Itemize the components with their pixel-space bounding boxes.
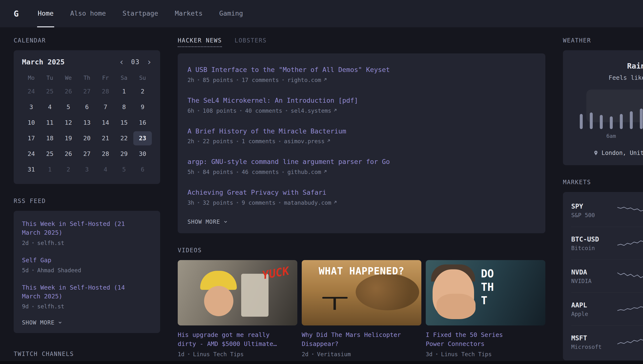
weather-chart: 12°: [580, 92, 643, 129]
calendar-weekday: Tu: [41, 75, 59, 81]
meta-separator-dot: •: [185, 352, 193, 357]
news-item-points: 84 points: [203, 169, 233, 175]
video-meta: 3d•Linus Tech Tips: [426, 351, 545, 358]
sparkline-chart: [617, 238, 643, 248]
rss-item-source: Ahmad Shadeed: [37, 267, 81, 274]
calendar-day: 6: [133, 162, 152, 177]
market-row[interactable]: MSFTMicrosoft+1.14%$391.26: [571, 326, 643, 358]
rss-item-source: selfh.st: [37, 240, 65, 246]
daylight-region: [586, 90, 643, 122]
market-ticker[interactable]: SPY: [571, 202, 615, 210]
market-sparkline: [615, 337, 643, 348]
video-thumbnail: WHAT HAPPENED?: [302, 260, 421, 326]
nav-item-home[interactable]: Home: [37, 0, 54, 27]
video-channel: Linus Tech Tips: [441, 351, 492, 358]
news-item-source-link[interactable]: matanabudy.com: [284, 200, 338, 206]
rss-show-more-button[interactable]: SHOW MORE: [22, 319, 152, 326]
news-item-points: 32 points: [203, 200, 233, 206]
market-name: Microsoft: [571, 344, 615, 350]
news-item-source: github.com: [287, 169, 321, 175]
calendar-day: 14: [96, 116, 115, 130]
news-item-title[interactable]: The SeL4 Microkernel: An Introduction [p…: [188, 96, 536, 105]
calendar-next-icon[interactable]: ›: [147, 58, 152, 66]
video-title[interactable]: I Fixed the 50 Series Power Connectors: [426, 330, 516, 349]
weather-condition: Rain: [573, 62, 643, 70]
news-show-more-button[interactable]: SHOW MORE: [188, 218, 536, 225]
tab-lobsters[interactable]: LOBSTERS: [235, 37, 267, 47]
rss-item-title[interactable]: Self Gap: [22, 256, 139, 265]
rss-item-title[interactable]: This Week in Self-Hosted (14 March 2025): [22, 283, 139, 301]
market-row[interactable]: SPYS&P 500-0.27%$563.98: [571, 194, 643, 227]
sparkline-chart: [617, 205, 643, 216]
news-item-source-link[interactable]: asimov.press: [284, 138, 331, 144]
market-ticker[interactable]: MSFT: [571, 334, 615, 342]
market-ticker[interactable]: BTC-USD: [571, 236, 615, 243]
meta-separator-dot: •: [237, 108, 245, 113]
video-age: 3d: [426, 351, 433, 358]
weather-bar: [580, 114, 583, 129]
calendar-day: 27: [78, 84, 96, 98]
calendar-day: 19: [59, 131, 78, 146]
market-ticker[interactable]: AAPL: [571, 301, 615, 309]
meta-separator-dot: •: [276, 200, 284, 205]
market-ticker[interactable]: NVDA: [571, 268, 615, 276]
video-card[interactable]: YUCKHis upgrade got me really dirty - AM…: [178, 260, 297, 358]
weather-bar: [600, 115, 603, 129]
thumbnail-art: [204, 286, 233, 316]
news-item-title[interactable]: A USB Interface to the "Mother of All De…: [188, 65, 536, 74]
meta-separator-dot: •: [279, 77, 287, 82]
market-symbol-block: MSFTMicrosoft: [571, 334, 615, 350]
nav-item-also-home[interactable]: Also home: [70, 0, 107, 27]
nav-item-markets[interactable]: Markets: [174, 0, 203, 27]
calendar-prev-icon[interactable]: ‹: [119, 58, 124, 66]
news-item-source: asimov.press: [284, 138, 324, 144]
calendar-day: 7: [96, 100, 115, 114]
video-card[interactable]: WHAT HAPPENED?Why Did The Mars Helicopte…: [302, 260, 421, 358]
video-card[interactable]: DO TH TI Fixed the 50 Series Power Conne…: [426, 260, 545, 358]
market-row[interactable]: AAPLApple+1.95%$218.27: [571, 292, 643, 326]
weather-time-label: 6am: [606, 133, 616, 139]
news-item-source-link[interactable]: sel4.systems: [291, 108, 338, 114]
nav-item-gaming[interactable]: Gaming: [219, 0, 244, 27]
calendar-day: 5: [115, 162, 133, 177]
nav-item-startpage[interactable]: Startpage: [122, 0, 159, 27]
rss-item-age: 2d: [22, 240, 29, 246]
meta-separator-dot: •: [282, 108, 291, 113]
rss-item-age: 5d: [22, 267, 29, 274]
news-item-title[interactable]: Achieving Great Privacy with Safari: [188, 188, 536, 197]
news-item-source-link[interactable]: github.com: [287, 169, 327, 175]
thumbnail-art: [356, 274, 419, 310]
calendar-weekdays: MoTuWeThFrSaSu: [22, 75, 152, 81]
calendar-day: 12: [59, 116, 78, 130]
news-item-comments: 17 comments: [242, 77, 279, 83]
market-row[interactable]: BTC-USDBitcoin+1.39%$84,999.29: [571, 227, 643, 260]
market-row[interactable]: NVDANVIDIA-0.70%$117.70: [571, 260, 643, 292]
right-column: WEATHER Rain Feels like 11°C 12° 6am2pm1…: [563, 37, 643, 364]
news-item-source: matanabudy.com: [284, 200, 331, 206]
calendar-widget: March 2025 ‹ 03 › MoTuWeThFrSaSu 2425262…: [14, 50, 160, 184]
top-nav: G HomeAlso homeStartpageMarketsGaming: [0, 0, 643, 27]
calendar-day: 28: [96, 147, 115, 161]
weather-bar: [630, 111, 633, 129]
tab-hacker-news[interactable]: HACKER NEWS: [178, 37, 222, 47]
rss-item-title[interactable]: This Week in Self-Hosted (21 March 2025): [22, 220, 139, 238]
video-meta: 2d•Veritasium: [302, 351, 421, 358]
external-link-icon: [333, 200, 338, 206]
app-logo[interactable]: G: [14, 9, 19, 18]
news-item-title[interactable]: argp: GNU-style command line argument pa…: [188, 157, 536, 166]
news-item-source: sel4.systems: [291, 108, 331, 114]
news-item-title[interactable]: A Brief History of the Miracle Bacterium: [188, 126, 536, 136]
video-title[interactable]: Why Did The Mars Helicopter Disappear?: [302, 330, 407, 349]
meta-separator-dot: •: [194, 77, 203, 82]
news-show-more-label: SHOW MORE: [188, 218, 220, 225]
meta-separator-dot: •: [233, 200, 242, 205]
news-item-comments: 9 comments: [242, 200, 275, 206]
meta-separator-dot: •: [309, 352, 317, 357]
news-item-source-link[interactable]: righto.com: [287, 77, 327, 83]
meta-separator-dot: •: [194, 200, 203, 205]
thumbnail-art: [333, 297, 336, 310]
calendar-day: 13: [78, 116, 96, 130]
calendar-day: 4: [96, 162, 115, 177]
video-title[interactable]: His upgrade got me really dirty - AMD $5…: [178, 330, 283, 349]
calendar-day: 1: [115, 84, 133, 98]
